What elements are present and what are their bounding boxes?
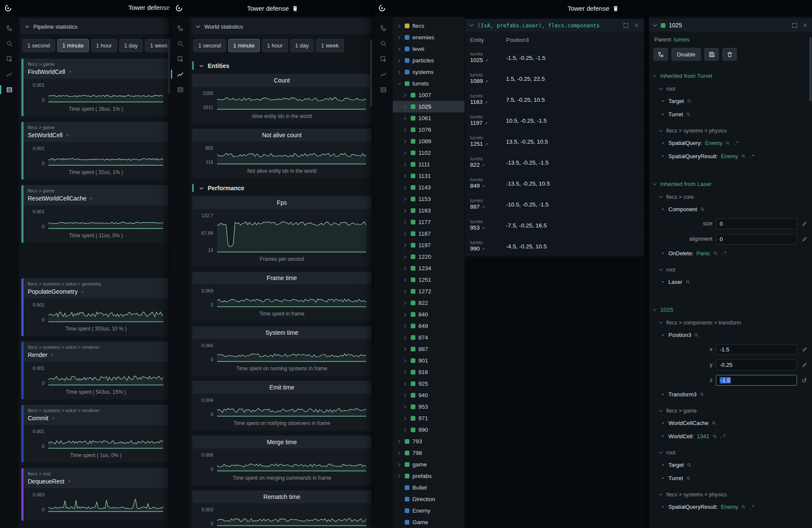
search-view-button[interactable] xyxy=(173,37,188,50)
time-range-button[interactable]: 1 day xyxy=(290,39,314,52)
search-view-button[interactable] xyxy=(2,37,17,50)
wildcard-pair-icon[interactable] xyxy=(749,154,755,159)
entity-cell[interactable]: turrets 1163 xyxy=(470,93,506,106)
tree-item[interactable]: 1102 xyxy=(393,147,465,159)
chevron-right-icon[interactable] xyxy=(403,243,408,248)
tree-item[interactable]: 1111 xyxy=(393,159,465,170)
entity-cell[interactable]: turrets 849 xyxy=(470,177,506,190)
disable-button[interactable]: Disable xyxy=(671,48,701,61)
tree-item[interactable]: 940 xyxy=(393,389,465,401)
chevron-right-icon[interactable] xyxy=(403,105,408,109)
tree-view-button[interactable] xyxy=(376,22,391,34)
magnifier-icon[interactable] xyxy=(687,99,691,103)
chevron-right-icon[interactable] xyxy=(403,301,408,305)
column-header[interactable]: Entity xyxy=(470,37,506,43)
group-header[interactable]: flecs > systems > physics xyxy=(653,125,809,136)
tree-item[interactable]: 1272 xyxy=(393,286,465,297)
component-entry[interactable]: Component xyxy=(653,203,809,216)
external-link-icon[interactable] xyxy=(485,57,488,64)
entity-id[interactable]: 1025 xyxy=(470,57,483,64)
external-link-icon[interactable] xyxy=(67,479,71,484)
entity-cell[interactable]: turrets 1025 xyxy=(470,51,506,64)
chevron-right-icon[interactable] xyxy=(397,440,402,444)
time-range-button[interactable]: 1 second xyxy=(22,39,55,52)
query-expression[interactable]: (IsA, prefabs.Laser), flecs.components xyxy=(477,22,619,29)
titlebar[interactable]: Tower defense xyxy=(171,0,374,17)
tree-item[interactable]: 953 xyxy=(393,401,465,413)
tree-view-button[interactable] xyxy=(173,22,188,34)
tree-item[interactable]: 849 xyxy=(393,320,465,332)
pencil-icon[interactable] xyxy=(800,362,808,368)
external-link-icon[interactable] xyxy=(485,141,488,148)
chevron-right-icon[interactable] xyxy=(403,220,408,224)
tree-item[interactable]: 1197 xyxy=(393,239,465,251)
chevron-right-icon[interactable] xyxy=(397,451,402,455)
parent-link[interactable]: turrets xyxy=(674,36,690,43)
chevron-right-icon[interactable] xyxy=(403,278,408,282)
tree-item[interactable]: 1007 xyxy=(393,89,465,101)
external-link-icon[interactable] xyxy=(482,162,485,169)
tree-item[interactable]: Bullet xyxy=(393,482,465,493)
query-header[interactable]: (IsA, prefabs.Laser), flecs.components xyxy=(465,19,644,32)
table-view-button[interactable] xyxy=(376,83,391,96)
external-link-icon[interactable] xyxy=(65,133,68,138)
entity-id[interactable]: 849 xyxy=(470,183,480,189)
magnifier-icon[interactable] xyxy=(713,251,718,256)
magnifier-icon[interactable] xyxy=(725,141,730,145)
chevron-right-icon[interactable] xyxy=(397,81,402,86)
external-link-icon[interactable] xyxy=(89,196,92,201)
entity-cell[interactable]: turrets 822 xyxy=(470,156,506,169)
tree-item[interactable]: 1131 xyxy=(393,170,465,182)
stat-name[interactable]: PopulateGeometry xyxy=(28,288,164,295)
close-button[interactable] xyxy=(802,22,809,29)
chevron-right-icon[interactable] xyxy=(403,347,408,351)
chevron-right-icon[interactable] xyxy=(403,289,408,294)
group-header[interactable]: root xyxy=(653,264,809,275)
tree-item[interactable]: 874 xyxy=(393,332,465,343)
tree-item[interactable]: Direction xyxy=(393,493,465,505)
chevron-right-icon[interactable] xyxy=(403,359,408,363)
component-entry[interactable]: Transform3 xyxy=(653,388,809,401)
external-link-icon[interactable] xyxy=(484,120,488,127)
expand-button[interactable] xyxy=(791,22,798,29)
tree-item[interactable]: 1061 xyxy=(393,112,465,124)
table-row[interactable]: turrets 1163 7.5, -0.25, 10.5 xyxy=(465,89,644,110)
chevron-right-icon[interactable] xyxy=(403,151,408,155)
section-header[interactable]: inherited from Turret xyxy=(653,70,809,82)
hierarchy-button[interactable] xyxy=(653,48,668,61)
time-range-button[interactable]: 1 day xyxy=(119,39,143,52)
entity-id[interactable]: 953 xyxy=(470,224,480,231)
group-header[interactable]: flecs > systems > physics xyxy=(653,489,809,500)
time-range-button[interactable]: 1 week xyxy=(145,39,171,52)
tree-item[interactable]: 793 xyxy=(393,436,465,447)
table-view-button[interactable] xyxy=(2,83,17,96)
chevron-right-icon[interactable] xyxy=(397,59,402,63)
tree-item[interactable]: 990 xyxy=(393,424,465,436)
tree-item[interactable]: 1220 xyxy=(393,251,465,263)
tree-item[interactable]: 1153 xyxy=(393,193,465,205)
group-header[interactable]: root xyxy=(653,447,809,458)
table-row[interactable]: turrets 849 -13.5, -0.25, 10.5 xyxy=(465,173,644,194)
tree-item[interactable]: 822 xyxy=(393,297,465,309)
external-link-icon[interactable] xyxy=(51,416,54,421)
entity-id[interactable]: 1251 xyxy=(470,141,483,147)
tree-item[interactable]: 1089 xyxy=(393,136,465,147)
wildcard-pair-icon[interactable] xyxy=(720,434,726,439)
group-header[interactable]: root xyxy=(653,83,809,94)
save-button[interactable] xyxy=(704,48,719,61)
wildcard-pair-icon[interactable] xyxy=(733,141,739,145)
component-entry[interactable]: Turret xyxy=(653,472,809,485)
section-header[interactable]: inherited from Laser xyxy=(653,178,809,190)
component-value-link[interactable]: Enemy xyxy=(721,504,738,510)
external-link-icon[interactable] xyxy=(50,353,53,357)
entity-id[interactable]: 990 xyxy=(470,245,480,252)
chevron-right-icon[interactable] xyxy=(403,336,408,340)
stat-name[interactable]: SetWorldCell xyxy=(28,132,164,139)
entity-id[interactable]: 887 xyxy=(470,204,480,210)
time-range-button[interactable]: 1 minute xyxy=(57,39,89,52)
chevron-right-icon[interactable] xyxy=(403,416,408,421)
tree-item[interactable]: 971 xyxy=(393,413,465,424)
panel-header[interactable]: Pipeline statistics xyxy=(21,19,169,34)
component-entry[interactable]: Turret xyxy=(653,108,809,121)
chevron-right-icon[interactable] xyxy=(403,93,408,97)
